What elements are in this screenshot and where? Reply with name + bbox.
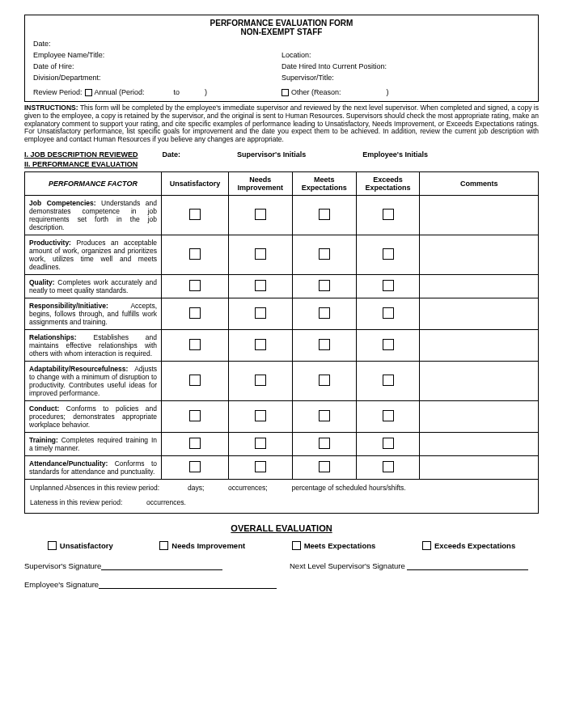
factor-cell: Adaptability/Resourcefulness: Adjusts to…: [25, 361, 162, 400]
checkbox-overall-unsat[interactable]: [48, 541, 57, 550]
days-label: days;: [188, 484, 204, 492]
rating-checkbox[interactable]: [319, 248, 330, 260]
rating-checkbox[interactable]: [319, 209, 330, 220]
factor-cell: Training: Completes required training In…: [25, 432, 162, 455]
attendance-box: Unplanned Absences in this review period…: [24, 480, 539, 514]
comments-cell[interactable]: [420, 274, 539, 298]
rating-checkbox[interactable]: [383, 307, 394, 319]
rating-checkbox[interactable]: [189, 209, 201, 220]
factor-name: Job Competencies:: [29, 199, 96, 207]
label-paren1: ): [205, 88, 207, 96]
rating-checkbox[interactable]: [383, 339, 394, 350]
instructions-text: This form will be completed by the emplo…: [24, 104, 539, 143]
rating-cell: [356, 274, 420, 298]
rating-checkbox[interactable]: [383, 375, 394, 386]
rating-checkbox[interactable]: [189, 280, 201, 291]
rating-checkbox[interactable]: [319, 375, 330, 386]
checkbox-overall-meets[interactable]: [292, 541, 301, 550]
overall-row: Unsatisfactory Needs Improvement Meets E…: [24, 541, 539, 550]
unplanned-absences-label: Unplanned Absences in this review period…: [30, 484, 159, 492]
table-row: Relationships: Establishes and maintains…: [25, 329, 539, 361]
rating-cell: [292, 361, 356, 400]
rating-cell: [162, 298, 229, 329]
section-1-title: I. JOB DESCRIPTION REVIEWED: [24, 150, 138, 159]
rating-checkbox[interactable]: [383, 461, 394, 472]
rating-checkbox[interactable]: [319, 280, 330, 291]
rating-checkbox[interactable]: [319, 461, 330, 472]
rating-checkbox[interactable]: [189, 438, 201, 449]
rating-cell: [356, 361, 420, 400]
rating-checkbox[interactable]: [189, 339, 201, 350]
comments-cell[interactable]: [420, 235, 539, 274]
rating-cell: [228, 400, 292, 432]
rating-checkbox[interactable]: [383, 209, 394, 220]
rating-checkbox[interactable]: [189, 248, 201, 260]
rating-checkbox[interactable]: [383, 438, 394, 449]
rating-checkbox[interactable]: [383, 280, 394, 291]
table-row: Conduct: Conforms to policies and proced…: [25, 400, 539, 432]
label-date-hire: Date of Hire:: [33, 62, 282, 70]
checkbox-other[interactable]: [282, 89, 289, 96]
evaluation-table: PERFORMANCE FACTOR Unsatisfactory Needs …: [24, 171, 539, 480]
rating-checkbox[interactable]: [319, 339, 330, 350]
label-other: Other (Reason:: [291, 88, 341, 96]
label-overall-unsat: Unsatisfactory: [60, 541, 113, 550]
rating-checkbox[interactable]: [255, 410, 266, 421]
rating-checkbox[interactable]: [189, 410, 201, 421]
rating-cell: [356, 235, 420, 274]
rating-checkbox[interactable]: [255, 307, 266, 319]
comments-cell[interactable]: [420, 455, 539, 479]
rating-checkbox[interactable]: [319, 307, 330, 319]
rating-checkbox[interactable]: [255, 280, 266, 291]
next-supervisor-signature-line[interactable]: [407, 561, 528, 570]
factor-name: Productivity:: [29, 239, 71, 247]
factor-cell: Responsibility/Initiative: Accepts, begi…: [25, 298, 162, 329]
rating-checkbox[interactable]: [383, 248, 394, 260]
rating-checkbox[interactable]: [319, 438, 330, 449]
label-annual: Annual (Period:: [95, 88, 145, 96]
label-division: Division/Department:: [33, 74, 282, 82]
rating-cell: [162, 329, 229, 361]
rating-cell: [228, 195, 292, 235]
rating-checkbox[interactable]: [255, 461, 266, 472]
table-row: Responsibility/Initiative: Accepts, begi…: [25, 298, 539, 329]
rating-checkbox[interactable]: [255, 209, 266, 220]
checkbox-annual[interactable]: [85, 89, 92, 96]
rating-cell: [356, 195, 420, 235]
form-title-2: NON-EXEMPT STAFF: [33, 28, 530, 36]
comments-cell[interactable]: [420, 195, 539, 235]
rating-checkbox[interactable]: [255, 248, 266, 260]
checkbox-overall-needs[interactable]: [159, 541, 168, 550]
factor-name: Responsibility/Initiative:: [29, 302, 108, 310]
comments-cell[interactable]: [420, 432, 539, 455]
rating-checkbox[interactable]: [189, 461, 201, 472]
rating-cell: [162, 400, 229, 432]
instructions: INSTRUCTIONS: This form will be complete…: [24, 104, 539, 144]
comments-cell[interactable]: [420, 361, 539, 400]
rating-cell: [228, 298, 292, 329]
rating-checkbox[interactable]: [319, 410, 330, 421]
rating-checkbox[interactable]: [189, 307, 201, 319]
checkbox-overall-exceeds[interactable]: [422, 541, 431, 550]
factor-cell: Productivity: Produces an acceptable amo…: [25, 235, 162, 274]
supervisor-signature-line[interactable]: [101, 561, 222, 570]
rating-checkbox[interactable]: [255, 438, 266, 449]
factor-name: Adaptability/Resourcefulness:: [29, 365, 128, 373]
rating-checkbox[interactable]: [383, 410, 394, 421]
table-row: Attendance/Punctuality: Conforms to stan…: [25, 455, 539, 479]
rating-checkbox[interactable]: [255, 339, 266, 350]
comments-cell[interactable]: [420, 298, 539, 329]
rating-checkbox[interactable]: [255, 375, 266, 386]
rating-cell: [228, 274, 292, 298]
occurrences-label-1: occurrences;: [228, 484, 268, 492]
rating-checkbox[interactable]: [189, 375, 201, 386]
header-box: PERFORMANCE EVALUATION FORM NON-EXEMPT S…: [24, 15, 539, 102]
rating-cell: [162, 195, 229, 235]
employee-signature-line[interactable]: [99, 580, 277, 589]
rating-cell: [356, 432, 420, 455]
comments-cell[interactable]: [420, 400, 539, 432]
rating-cell: [292, 298, 356, 329]
section-1-sup-initials: Supervisor's Initials: [237, 150, 306, 159]
comments-cell[interactable]: [420, 329, 539, 361]
rating-cell: [292, 400, 356, 432]
